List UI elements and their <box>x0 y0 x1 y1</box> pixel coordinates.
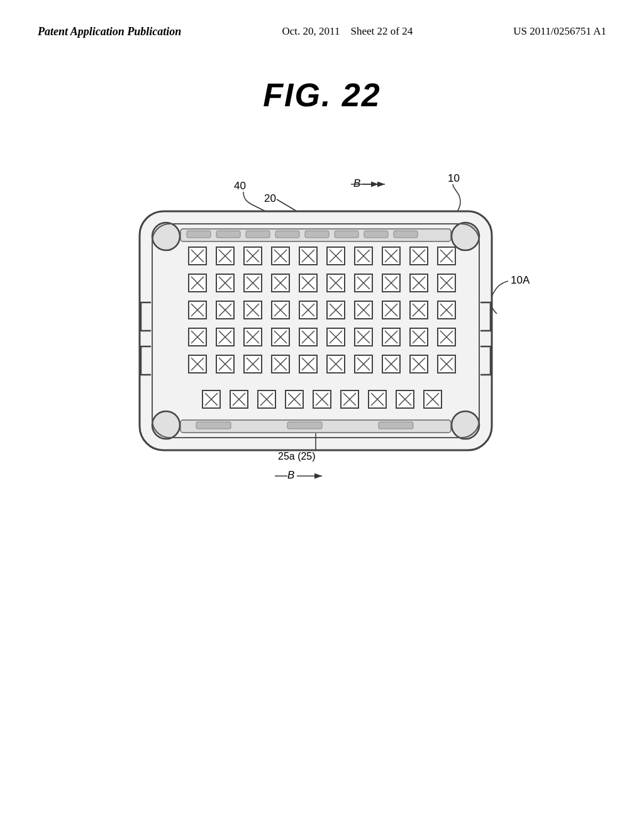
label-10: 10 <box>448 172 460 184</box>
sheet-info: Sheet 22 of 24 <box>350 25 413 37</box>
corner-circle-tl <box>152 223 180 250</box>
patent-number: US 2011/0256751 A1 <box>513 25 606 38</box>
diagram-area: 10 10A B 40 20 <box>108 139 536 491</box>
figure-title: FIG. 22 <box>263 76 380 114</box>
corner-circle-br <box>452 411 479 439</box>
svg-rect-6 <box>364 231 388 238</box>
brace-10A <box>491 281 508 314</box>
svg-rect-0 <box>187 231 211 238</box>
svg-rect-1 <box>216 231 240 238</box>
label-20: 20 <box>264 192 276 204</box>
svg-rect-9 <box>287 422 322 429</box>
label-B-top: B <box>353 177 360 189</box>
svg-rect-10 <box>379 422 413 429</box>
label-B-bottom: B <box>287 469 294 481</box>
svg-rect-3 <box>275 231 299 238</box>
corner-circle-bl <box>152 411 180 439</box>
svg-rect-2 <box>246 231 270 238</box>
page-header: Patent Application Publication Oct. 20, … <box>0 0 644 38</box>
svg-rect-4 <box>305 231 329 238</box>
svg-rect-8 <box>196 422 231 429</box>
svg-rect-5 <box>335 231 358 238</box>
header-center: Oct. 20, 2011 Sheet 22 of 24 <box>282 25 413 38</box>
pin-row-6 <box>203 390 441 408</box>
main-content: FIG. 22 10 10A B 40 20 <box>0 38 644 491</box>
label-25a: 25a (25) <box>278 451 316 462</box>
label-40: 40 <box>234 180 246 192</box>
publication-title: Patent Application Publication <box>38 25 181 38</box>
corner-circle-tr <box>452 223 479 250</box>
svg-rect-7 <box>394 231 418 238</box>
diagram-svg: 10 10A B 40 20 <box>108 139 536 491</box>
publication-date: Oct. 20, 2011 <box>282 25 340 37</box>
label-10A: 10A <box>511 274 530 286</box>
